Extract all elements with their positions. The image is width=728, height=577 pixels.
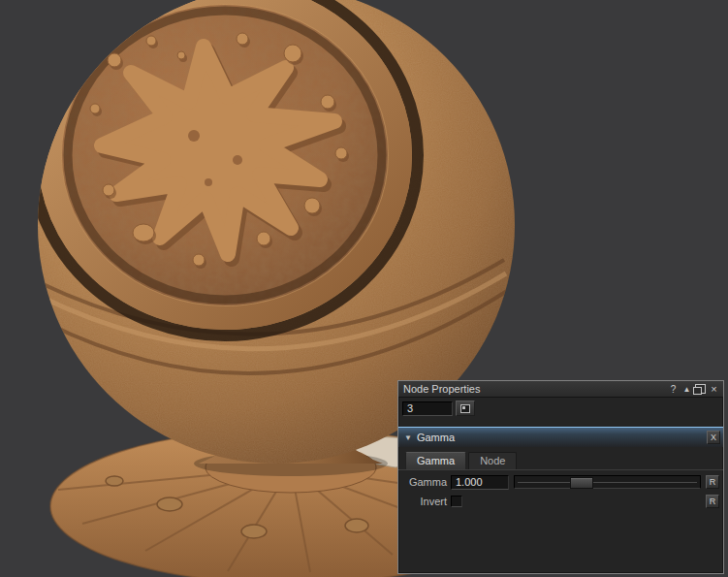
float-window-icon[interactable] <box>694 383 707 396</box>
section-header-label: Gamma <box>417 432 707 443</box>
gamma-section-header[interactable]: ▼ Gamma X <box>398 427 723 447</box>
close-icon[interactable]: × <box>708 383 720 396</box>
invert-label: Invert <box>402 496 447 507</box>
index-field[interactable] <box>402 401 453 416</box>
gamma-label: Gamma <box>402 476 447 488</box>
invert-checkbox[interactable] <box>451 496 462 507</box>
viewport-3d[interactable]: Node Properties ? ▲ × ▼ Gamma X Gamma No… <box>0 0 728 577</box>
panel-empty-area <box>398 509 723 573</box>
gamma-reset-button[interactable]: R <box>706 475 719 489</box>
remove-node-button[interactable]: X <box>707 431 720 444</box>
gamma-value-field[interactable] <box>451 475 509 490</box>
node-properties-panel: Node Properties ? ▲ × ▼ Gamma X Gamma No… <box>397 380 724 574</box>
gamma-row: Gamma R <box>402 474 719 490</box>
gamma-slider[interactable] <box>514 475 701 489</box>
invert-reset-button[interactable]: R <box>706 495 719 508</box>
tab-node[interactable]: Node <box>468 452 517 469</box>
properties-tabs: Gamma Node <box>398 447 723 470</box>
tab-gamma[interactable]: Gamma <box>405 452 466 469</box>
pin-properties-button[interactable] <box>456 401 475 416</box>
panel-title: Node Properties <box>403 381 666 397</box>
pin-properties-icon <box>460 404 470 413</box>
pin-icon[interactable]: ▲ <box>681 383 693 396</box>
gamma-slider-track <box>518 482 697 483</box>
panel-titlebar[interactable]: Node Properties ? ▲ × <box>398 381 723 398</box>
collapse-triangle-icon[interactable]: ▼ <box>404 433 412 442</box>
invert-row: Invert R <box>402 494 719 509</box>
gamma-slider-handle[interactable] <box>570 477 593 489</box>
help-icon[interactable]: ? <box>667 383 680 396</box>
panel-toolrow <box>398 398 723 418</box>
